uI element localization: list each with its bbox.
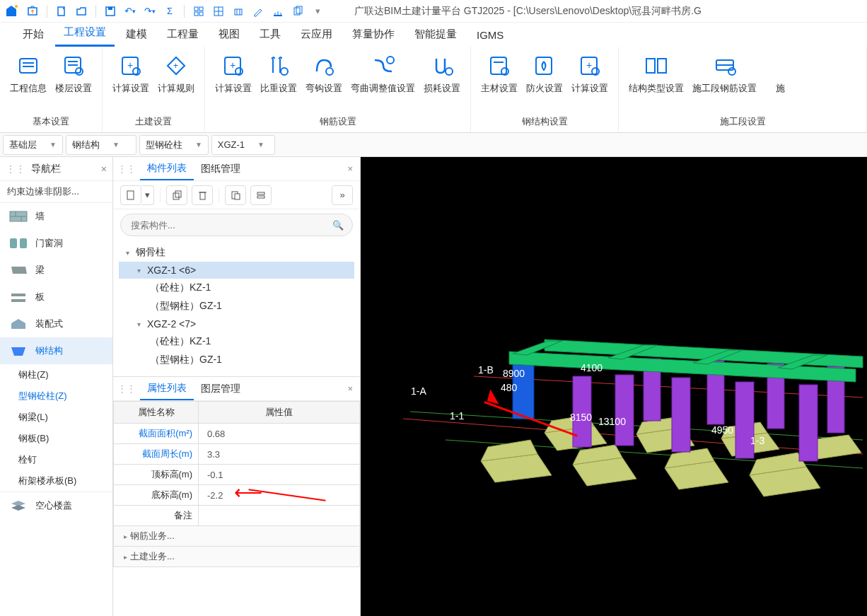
close-icon[interactable]: × — [344, 383, 356, 394]
work-area: ⋮⋮ 导航栏 × 约束边缘非阴影... 墙 门窗洞 梁 板 装配式 钢结构 钢柱… — [0, 157, 867, 616]
prop-value-input[interactable] — [204, 470, 354, 480]
tree-node[interactable]: ▾XGZ-1 <6> — [119, 262, 354, 279]
tab-collab[interactable]: 算量协作 — [344, 23, 403, 47]
nav-item-slab[interactable]: 板 — [0, 284, 112, 310]
selector-floor[interactable]: 基础层▼ — [3, 135, 63, 155]
tree-node[interactable]: （型钢柱）GZ-1 — [119, 351, 354, 369]
ribbon-group-phase: 结构类型设置 施工段钢筋设置 施 施工段设置 — [619, 47, 867, 132]
close-icon[interactable]: × — [344, 163, 356, 174]
copy-button[interactable] — [166, 185, 187, 205]
ribbon-fire-settings[interactable]: 防火设置 — [522, 50, 567, 112]
selector-category[interactable]: 钢结构▼ — [66, 135, 136, 155]
selector-member[interactable]: XGZ-1▼ — [211, 135, 275, 155]
nav-item-wall[interactable]: 墙 — [0, 203, 112, 230]
selector-type[interactable]: 型钢砼柱▼ — [139, 135, 209, 155]
ribbon-phase-extra[interactable]: 施 — [761, 50, 799, 112]
qa-redo-icon[interactable]: ↷▾ — [141, 3, 158, 20]
tree-node[interactable]: ▾钢骨柱 — [119, 243, 354, 262]
tree-node[interactable]: （砼柱）KZ-1 — [119, 279, 354, 297]
qa-sigma-icon[interactable]: Σ — [161, 3, 178, 20]
svg-rect-58 — [127, 191, 134, 199]
prop-group-rebar[interactable]: ▸钢筋业务... — [114, 526, 360, 547]
tree-node[interactable]: ▾XGZ-2 <7> — [119, 315, 354, 332]
nav-item-void-slab[interactable]: 空心楼盖 — [0, 492, 112, 519]
qa-grid3-icon[interactable] — [230, 3, 247, 20]
qa-undo-icon[interactable]: ↶▾ — [122, 3, 139, 20]
qa-open-icon[interactable] — [24, 3, 41, 20]
paste-button[interactable] — [225, 185, 246, 205]
qa-edit-icon[interactable] — [250, 3, 267, 20]
model-viewport[interactable]: 1-A1-B1-11-3890048041008150131004950 — [361, 157, 867, 616]
search-box: 🔍 — [120, 214, 353, 236]
nav-sub-steel-plate[interactable]: 钢板(B) — [0, 428, 112, 449]
svg-rect-7 — [194, 12, 198, 16]
tab-quantity[interactable]: 工程量 — [158, 23, 207, 47]
new-caret[interactable]: ▾ — [141, 185, 154, 205]
nav-item-steel[interactable]: 钢结构 — [0, 337, 112, 364]
delete-button[interactable] — [192, 185, 213, 205]
prop-value-input[interactable] — [204, 449, 354, 460]
properties-panel: ⋮⋮ 属性列表 图层管理 × 属性名称属性值 截面面积(m²) 截面周长(m) … — [113, 376, 360, 616]
ribbon-calc-settings[interactable]: +计算设置 — [108, 50, 153, 112]
qa-folder-icon[interactable] — [73, 3, 90, 20]
ribbon-bend-settings[interactable]: 弯曲调整值设置 — [347, 50, 419, 112]
new-button[interactable] — [120, 185, 141, 205]
tab-view[interactable]: 视图 — [210, 23, 248, 47]
prop-group-civil[interactable]: ▸土建业务... — [114, 547, 360, 567]
svg-rect-60 — [175, 191, 181, 197]
layer-button[interactable] — [250, 185, 272, 205]
tab-cloud[interactable]: 云应用 — [292, 23, 341, 47]
more-button[interactable]: » — [332, 185, 353, 205]
nav-item-opening[interactable]: 门窗洞 — [0, 230, 112, 257]
ribbon-steel-calc[interactable]: +计算设置 — [567, 50, 612, 112]
nav-item-beam[interactable]: 梁 — [0, 257, 112, 284]
nav-sub-src-col[interactable]: 型钢砼柱(Z) — [0, 385, 112, 407]
grip-icon[interactable]: ⋮⋮ — [6, 163, 25, 175]
qa-grid2-icon[interactable] — [210, 3, 227, 20]
ribbon-material-settings[interactable]: 主材设置 — [477, 50, 522, 112]
ribbon-calc-rules[interactable]: +计算规则 — [153, 50, 199, 112]
tab-project-settings[interactable]: 工程设置 — [55, 21, 115, 47]
tab-modeling[interactable]: 建模 — [117, 23, 156, 47]
title-bar: ↶▾ ↷▾ Σ ▾ 广联达BIM土建计量平台 GTJ2025 - [C:\Use… — [0, 0, 867, 23]
tab-start[interactable]: 开始 — [14, 23, 52, 47]
qa-new-icon[interactable] — [53, 3, 70, 20]
grip-icon[interactable]: ⋮⋮ — [117, 163, 136, 174]
nav-panel: ⋮⋮ 导航栏 × 约束边缘非阴影... 墙 门窗洞 梁 板 装配式 钢结构 钢柱… — [0, 157, 113, 616]
tree-node[interactable]: （型钢柱）GZ-1 — [119, 297, 354, 315]
qa-save-icon[interactable] — [102, 3, 119, 20]
nav-sub-truss[interactable]: 桁架楼承板(B) — [0, 470, 112, 492]
prop-value-input[interactable] — [204, 511, 354, 521]
qa-grid1-icon[interactable] — [190, 3, 207, 20]
grip-icon[interactable]: ⋮⋮ — [117, 383, 136, 394]
ribbon-project-info[interactable]: 工程信息 — [6, 50, 51, 112]
search-input[interactable] — [121, 220, 332, 231]
prop-value-input[interactable] — [204, 429, 354, 439]
qa-copy-icon[interactable] — [289, 3, 306, 20]
tab-properties[interactable]: 属性列表 — [140, 378, 194, 400]
tab-component-list[interactable]: 构件列表 — [140, 158, 194, 180]
qa-more-caret[interactable]: ▾ — [309, 3, 326, 20]
tab-tools[interactable]: 工具 — [251, 23, 289, 47]
ribbon-phase-rebar[interactable]: 施工段钢筋设置 — [688, 50, 761, 112]
ribbon-rebar-calc[interactable]: +计算设置 — [211, 50, 256, 112]
nav-sub-steel-beam[interactable]: 钢梁(L) — [0, 407, 112, 428]
qa-ruler-icon[interactable] — [269, 3, 286, 20]
nav-item-prefab[interactable]: 装配式 — [0, 310, 112, 337]
tab-layers[interactable]: 图层管理 — [194, 378, 248, 400]
prop-value-input[interactable] — [204, 490, 354, 501]
nav-sub-stud[interactable]: 栓钉 — [0, 449, 112, 470]
ribbon-hook-settings[interactable]: 弯钩设置 — [301, 50, 347, 112]
ribbon-weight-settings[interactable]: 比重设置 — [256, 50, 301, 112]
tab-drawing-mgmt[interactable]: 图纸管理 — [194, 158, 248, 180]
search-icon[interactable]: 🔍 — [332, 220, 352, 231]
ribbon-struct-type[interactable]: 结构类型设置 — [624, 50, 688, 112]
tab-smart[interactable]: 智能提量 — [406, 23, 465, 47]
tree-node[interactable]: （砼柱）KZ-1 — [119, 332, 354, 351]
close-icon[interactable]: × — [101, 163, 107, 175]
tab-igms[interactable]: IGMS — [468, 25, 512, 47]
nav-sublabel[interactable]: 约束边缘非阴影... — [0, 181, 112, 203]
nav-sub-steel-col[interactable]: 钢柱(Z) — [0, 364, 112, 385]
ribbon-loss-settings[interactable]: 损耗设置 — [419, 50, 465, 112]
ribbon-floor-settings[interactable]: 楼层设置 — [51, 50, 96, 112]
